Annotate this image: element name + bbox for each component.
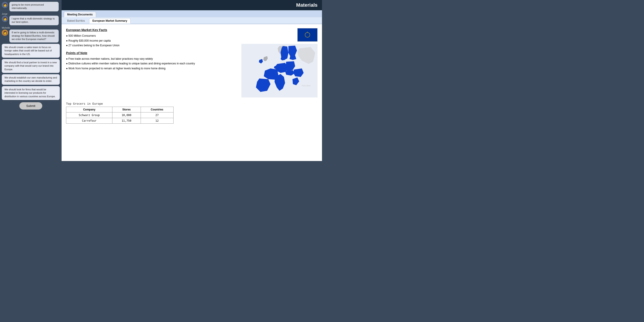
svg-point-11: [305, 34, 306, 35]
sub-tabs-bar: Baked Burritos European Market Summary: [62, 17, 322, 24]
stores-1: 10,000: [112, 113, 140, 118]
svg-point-13: [306, 32, 306, 33]
key-facts-list: 500 Million Consumers Roughly $30,000 in…: [66, 33, 239, 48]
left-content: European Market Key Facts 500 Million Co…: [66, 28, 239, 98]
countries-2: 12: [140, 118, 173, 124]
countries-1: 27: [140, 113, 173, 118]
option-4[interactable]: We should look for firms that would be i…: [2, 86, 60, 100]
key-facts-section: European Market Key Facts 500 Million Co…: [66, 28, 239, 48]
chat-message-jorge: 🧑 I agree that a multi-domestic strategy…: [2, 16, 59, 25]
table-title: Top Grocers in Europe: [66, 102, 318, 105]
key-facts-title: European Market Key Facts: [66, 28, 239, 32]
table-row: Carrefour 11,750 12: [66, 118, 174, 124]
svg-point-12: [305, 33, 306, 34]
submit-button[interactable]: Submit: [19, 102, 42, 110]
point-1: Free trade across member nations, but la…: [66, 57, 239, 61]
table-section: Top Grocers in Europe Company Stores Cou…: [66, 102, 318, 124]
upper-content: European Market Key Facts 500 Million Co…: [66, 28, 318, 98]
avatar: 🧑: [2, 2, 8, 8]
company-1: Schwarz Group: [66, 113, 112, 118]
svg-point-5: [310, 34, 310, 35]
point-2: Distinctive cultures within member natio…: [66, 61, 239, 66]
speaker-block-michelle: Michelle 👩 If we're going to follow a mu…: [2, 27, 60, 42]
speaker-name-michelle: Michelle: [2, 27, 10, 29]
materials-header: Materials: [62, 0, 322, 10]
points-list: Free trade across member nations, but la…: [66, 57, 239, 71]
svg-point-10: [305, 36, 306, 36]
grocers-table: Company Stores Countries Schwarz Group 1…: [66, 107, 174, 124]
content-area: European Market Key Facts 500 Million Co…: [62, 24, 322, 161]
bubble-michelle: If we're going to follow a multi-domesti…: [10, 29, 59, 42]
speaker-name-jorge: Jorge: [2, 13, 8, 15]
right-panel: Materials Meeting Documents Baked Burrit…: [62, 0, 322, 161]
sub-tab-baked-burritos[interactable]: Baked Burritos: [64, 18, 88, 24]
svg-text:Education: Education: [302, 85, 311, 87]
option-1[interactable]: We should create a sales team to focus o…: [2, 44, 60, 58]
chat-history: 🧑 going to be more pronounced internatio…: [2, 2, 60, 42]
left-panel: 🧑 going to be more pronounced internatio…: [0, 0, 62, 161]
svg-point-4: [309, 33, 310, 34]
points-title: Points of Note: [66, 51, 239, 55]
point-3: Work from home projected to remain at hi…: [66, 66, 239, 71]
svg-point-3: [308, 32, 309, 33]
col-stores: Stores: [112, 107, 140, 113]
col-countries: Countries: [140, 107, 173, 113]
avatar-jorge: 🧑: [2, 16, 8, 22]
svg-point-9: [306, 37, 306, 37]
key-fact-1: 500 Million Consumers: [66, 33, 239, 38]
main-tabs-bar: Meeting Documents: [62, 10, 322, 17]
svg-point-7: [308, 37, 309, 37]
option-3[interactable]: We should establish our own manufacturin…: [2, 74, 60, 85]
table-row: Schwarz Group 10,000 27: [66, 113, 174, 118]
bubble-jorge: I agree that a multi-domestic strategy i…: [10, 16, 59, 25]
svg-point-8: [307, 37, 308, 37]
europe-map: Education: [242, 44, 318, 98]
key-fact-3: 27 countries belong to the European Unio…: [66, 43, 239, 48]
key-fact-2: Roughly $30,000 income per capita: [66, 38, 239, 43]
option-2[interactable]: We should find a local partner to invest…: [2, 59, 60, 73]
eu-flag: [297, 28, 318, 42]
svg-point-6: [309, 36, 310, 36]
stores-2: 11,750: [112, 118, 140, 124]
sub-tab-european-market[interactable]: European Market Summary: [89, 18, 130, 24]
materials-title: Materials: [296, 2, 318, 8]
company-2: Carrefour: [66, 118, 112, 124]
chat-message: 🧑 going to be more pronounced internatio…: [2, 2, 60, 11]
col-company: Company: [66, 107, 112, 113]
svg-rect-0: [300, 30, 315, 40]
svg-point-2: [307, 32, 308, 33]
tab-meeting-documents[interactable]: Meeting Documents: [64, 12, 96, 17]
notes-section: Points of Note Free trade across member …: [66, 51, 239, 71]
avatar-michelle: 👩: [2, 29, 8, 36]
flag-map-section: Education: [242, 28, 318, 98]
message-bubble: going to be more pronounced internationa…: [10, 2, 59, 11]
speaker-block-jorge: Jorge 🧑 I agree that a multi-domestic st…: [2, 13, 60, 25]
chat-message-michelle: 👩 If we're going to follow a multi-domes…: [2, 29, 59, 42]
